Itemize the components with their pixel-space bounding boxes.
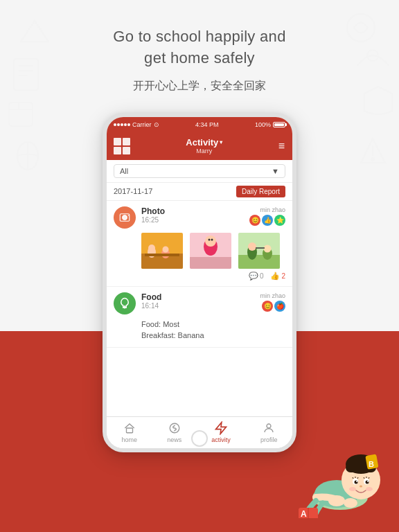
photo-reactions: 💬 0 👍 2 (141, 272, 285, 281)
wifi-icon: ⊙ (154, 121, 159, 128)
food-emoji-red: 😊 (262, 301, 273, 312)
activity-tab-label: activity (211, 436, 231, 443)
emoji-red: 😊 (249, 215, 260, 226)
svg-point-21 (148, 245, 155, 251)
like-count: 2 (281, 272, 285, 280)
status-right: 100% (255, 121, 285, 128)
svg-point-36 (264, 245, 272, 252)
header-subtitle: Marry (186, 148, 222, 154)
photo-grid (141, 233, 285, 269)
photo-meta: min zhao 😊 👍 ⭐ (249, 206, 285, 226)
status-bar: Carrier ⊙ 4:34 PM 100% (107, 117, 292, 132)
food-line1: Food: Most (141, 319, 285, 330)
svg-point-17 (128, 215, 130, 216)
svg-point-45 (267, 424, 271, 428)
tab-news[interactable]: news (167, 421, 181, 443)
svg-point-67 (366, 487, 373, 491)
profile-icon (262, 421, 276, 435)
svg-point-69 (344, 498, 357, 508)
svg-rect-26 (190, 257, 231, 269)
svg-rect-32 (238, 255, 280, 269)
tab-profile[interactable]: profile (260, 421, 278, 443)
svg-point-34 (248, 242, 256, 251)
svg-point-23 (163, 246, 169, 252)
signal-icon (114, 123, 130, 126)
svg-point-57 (356, 481, 357, 482)
food-emoji-blue: 🍎 (274, 301, 285, 312)
grid-icon[interactable] (114, 138, 130, 154)
food-type-label: Food (141, 292, 254, 302)
status-time: 4:34 PM (195, 121, 219, 128)
date-bar: 2017-11-17 Daily Report (107, 183, 292, 201)
title-chevron: ▾ (220, 139, 222, 145)
food-avatar (114, 292, 136, 314)
like-reaction: 👍 2 (270, 272, 285, 281)
food-feed-item: Food 16:14 min zhao 😊 🍎 (107, 287, 292, 348)
tab-activity[interactable]: activity (211, 421, 231, 443)
like-icon: 👍 (270, 272, 280, 281)
character-illustration: B A (295, 414, 385, 518)
home-tab-label: home (122, 436, 138, 443)
header-title[interactable]: Activity ▾ Marry (186, 137, 222, 154)
filter-label: All (120, 167, 128, 175)
food-time-label: 16:14 (141, 302, 254, 310)
headline-cn: 开开心心上学，安全全回家 (133, 79, 266, 94)
photo-author: min zhao (260, 206, 285, 213)
photo-cell-2[interactable] (190, 233, 231, 269)
filter-bar: All ▼ (107, 160, 292, 183)
status-left: Carrier ⊙ (114, 121, 159, 128)
svg-point-58 (367, 481, 369, 482)
svg-point-30 (211, 238, 213, 240)
food-meta: min zhao 😊 🍎 (260, 292, 285, 312)
photo-emojis: 😊 👍 ⭐ (249, 215, 285, 226)
svg-marker-44 (216, 423, 227, 434)
emoji-blue: 👍 (262, 215, 273, 226)
app-content: All ▼ 2017-11-17 Daily Report (107, 160, 292, 448)
photo-time-label: 16:25 (141, 216, 244, 224)
news-tab-label: news (167, 436, 181, 443)
filter-chevron: ▼ (272, 167, 279, 175)
activity-feed: Photo 16:25 min zhao 😊 👍 ⭐ (107, 201, 292, 416)
emoji-green: ⭐ (274, 215, 285, 226)
svg-point-65 (360, 486, 362, 488)
news-icon (168, 421, 181, 435)
home-button[interactable] (191, 430, 208, 447)
battery-label: 100% (255, 121, 271, 128)
svg-point-66 (349, 487, 356, 491)
app-header: Activity ▾ Marry ≡ (107, 132, 292, 160)
food-emojis: 😊 🍎 (262, 301, 285, 312)
comment-reaction: 💬 0 (249, 272, 264, 281)
menu-icon[interactable]: ≡ (278, 140, 285, 152)
profile-tab-label: profile (260, 436, 278, 443)
daily-report-button[interactable]: Daily Report (236, 186, 285, 197)
photo-avatar (114, 206, 136, 229)
svg-text:B: B (369, 460, 374, 468)
svg-rect-40 (126, 428, 132, 433)
header-title-text: Activity (186, 137, 218, 148)
phone-frame: Carrier ⊙ 4:34 PM 100% (103, 113, 296, 452)
photo-cell-1[interactable] (141, 233, 183, 269)
filter-dropdown[interactable]: All ▼ (114, 164, 285, 178)
home-icon (123, 421, 136, 435)
comment-count: 0 (260, 272, 264, 280)
svg-point-55 (355, 481, 358, 484)
svg-point-28 (205, 236, 216, 247)
tab-home[interactable]: home (122, 421, 138, 443)
food-author: min zhao (260, 292, 285, 299)
svg-text:A: A (301, 509, 307, 518)
svg-point-29 (209, 238, 211, 240)
phone-mockup: Carrier ⊙ 4:34 PM 100% (103, 113, 296, 452)
svg-rect-24 (145, 254, 179, 256)
svg-point-56 (366, 481, 369, 484)
photo-info: Photo 16:25 (141, 206, 244, 224)
food-line2: Breakfast: Banana (141, 330, 285, 342)
comment-icon: 💬 (249, 272, 258, 281)
carrier-label: Carrier (132, 121, 152, 128)
headline-en: Go to school happily and get home safely (113, 26, 285, 69)
food-text: Food: Most Breakfast: Banana (141, 319, 285, 342)
photo-feed-item: Photo 16:25 min zhao 😊 👍 ⭐ (107, 201, 292, 287)
photo-cell-3[interactable] (238, 233, 280, 269)
food-info: Food 16:14 (141, 292, 254, 310)
date-label: 2017-11-17 (114, 187, 152, 195)
battery-icon (273, 122, 285, 127)
